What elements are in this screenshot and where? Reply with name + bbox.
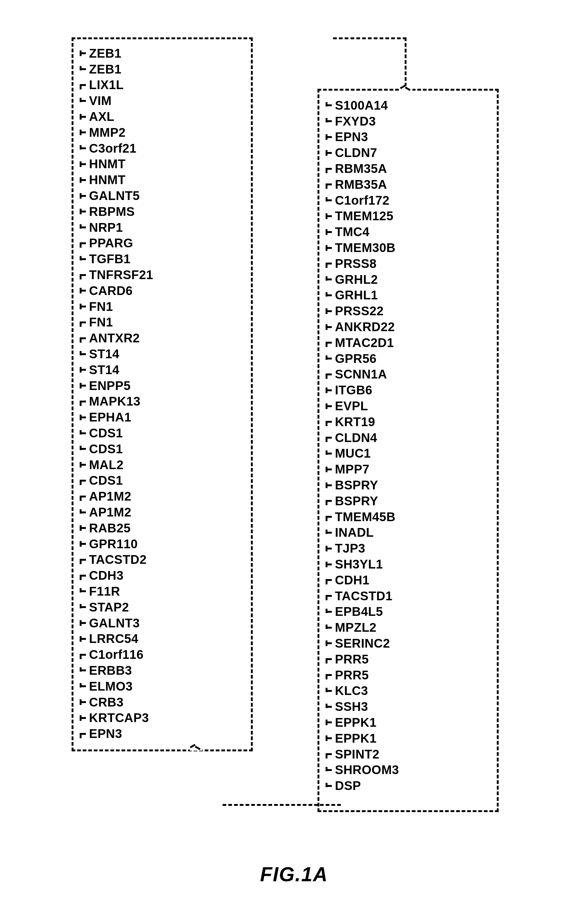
gene-label: ELMO3 [89, 679, 132, 693]
gene-item: S100A14 [326, 97, 481, 113]
gene-item: GPR56 [326, 351, 481, 367]
left-column-box: ZEB1ZEB1LIX1LVIMAXLMMP2C3orf21HNMTHNMTGA… [72, 37, 253, 751]
gene-label: TNFRSF21 [89, 268, 153, 282]
gene-item: ANKRD22 [326, 319, 481, 335]
gene-label: KRT19 [335, 415, 375, 429]
gene-item: CRB3 [80, 695, 235, 710]
gene-label: S100A14 [335, 99, 388, 112]
gene-label: RBM35A [335, 162, 387, 176]
gene-item: ENPP5 [80, 378, 235, 394]
gene-label: TACSTD1 [335, 589, 393, 603]
gene-item: PRSS22 [326, 303, 481, 319]
gene-item: LIX1L [80, 77, 235, 93]
gene-label: C1orf116 [89, 648, 144, 662]
gene-label: SHROOM3 [335, 763, 399, 777]
gene-label: CDH1 [335, 573, 370, 587]
gene-item: ELMO3 [80, 678, 235, 695]
gene-label: MTAC2D1 [335, 336, 394, 350]
gene-item: ERBB3 [80, 662, 235, 678]
gene-label: ZEB1 [89, 62, 121, 76]
gene-label: INADL [335, 526, 374, 539]
gene-label: CLDN7 [335, 146, 377, 160]
gene-item: GPR110 [80, 536, 235, 552]
gene-label: LRRC54 [89, 632, 139, 646]
break-mark-right [400, 86, 412, 92]
gene-item: NRP1 [80, 220, 235, 235]
gene-item: AP1M2 [80, 504, 235, 520]
gene-item: INADL [326, 525, 481, 541]
gene-label: CARD6 [89, 284, 132, 298]
gene-label: TMEM45B [335, 510, 396, 524]
gene-label: RMB35A [335, 178, 387, 191]
gene-item: C1orf172 [326, 193, 481, 209]
gene-label: HNMT [89, 157, 126, 171]
gene-item: HNMT [80, 172, 235, 188]
gene-item: TMEM125 [326, 209, 481, 224]
gene-label: ERBB3 [89, 664, 132, 678]
gene-item: TACSTD2 [80, 552, 235, 568]
figure-label: FIG.1A [260, 863, 328, 886]
gene-label: AP1M2 [89, 505, 131, 519]
gene-item: PPARG [80, 235, 235, 251]
gene-item: CARD6 [80, 283, 235, 299]
gene-item: RBPMS [80, 204, 235, 220]
gene-label: PRR5 [335, 668, 369, 682]
gene-label: CDS1 [89, 426, 123, 440]
gene-label: BSPRY [335, 478, 378, 492]
gene-label: MMP2 [89, 126, 126, 139]
gene-item: MPP7 [326, 461, 481, 477]
gene-label: GRHL2 [335, 272, 378, 287]
gene-label: CDS1 [89, 442, 123, 456]
gene-item: GALNT3 [80, 615, 235, 631]
gene-item: STAP2 [80, 599, 235, 615]
gene-item: HNMT [80, 156, 235, 172]
gene-item: CDS1 [80, 441, 235, 457]
gene-label: FXYD3 [335, 114, 376, 128]
gene-item: FN1 [80, 299, 235, 315]
gene-item: GRHL2 [326, 272, 481, 288]
diagram-container: ZEB1ZEB1LIX1LVIMAXLMMP2C3orf21HNMTHNMTGA… [62, 37, 529, 847]
gene-item: SERINC2 [326, 635, 481, 651]
gene-item: ST14 [80, 346, 235, 362]
gene-item: EPHA1 [80, 409, 235, 425]
gene-item: MAPK13 [80, 394, 235, 410]
gene-item: F11R [80, 583, 235, 599]
gene-label: ANTXR2 [89, 331, 140, 345]
gene-label: ENPP5 [89, 379, 131, 393]
gene-item: PRR5 [326, 651, 481, 667]
gene-label: MUC1 [335, 446, 371, 460]
gene-label: AP1M2 [89, 489, 131, 504]
gene-item: ITGB6 [326, 382, 481, 398]
gene-label: CDS1 [89, 473, 123, 487]
gene-item: CDS1 [80, 473, 235, 489]
gene-label: EPHA1 [89, 410, 131, 424]
gene-label: SH3YL1 [335, 557, 383, 571]
gene-label: NRP1 [89, 220, 123, 235]
gene-label: TMEM125 [335, 209, 393, 223]
gene-label: MPZL2 [335, 620, 376, 635]
dendrogram-right: S100A14FXYD3EPN3CLDN7RBM35ARMB35AC1orf17… [326, 97, 481, 794]
gene-label: EVPL [335, 399, 368, 413]
gene-label: RAB25 [89, 521, 131, 535]
gene-item: MAL2 [80, 457, 235, 473]
gene-label: HNMT [89, 173, 126, 187]
gene-label: EPN3 [335, 130, 368, 144]
gene-label: TACSTD2 [89, 553, 147, 567]
gene-item: ANTXR2 [80, 330, 235, 346]
gene-label: ST14 [89, 363, 120, 377]
gene-label: CDH3 [89, 568, 124, 583]
gene-item: GALNT5 [80, 188, 235, 204]
gene-item: C3orf21 [80, 141, 235, 156]
gene-label: FN1 [89, 300, 113, 314]
gene-label: CRB3 [89, 695, 124, 709]
gene-label: C3orf21 [89, 141, 136, 155]
gene-label: PRSS8 [335, 257, 376, 271]
gene-item: MTAC2D1 [326, 335, 481, 351]
gene-label: CLDN4 [335, 431, 377, 445]
gene-item: ZEB1 [80, 62, 235, 77]
gene-item: VIM [80, 93, 235, 109]
gene-label: RBPMS [89, 205, 135, 219]
gene-item: EPPK1 [326, 715, 481, 730]
gene-label: GPR110 [89, 537, 137, 551]
gene-label: GPR56 [335, 352, 376, 366]
